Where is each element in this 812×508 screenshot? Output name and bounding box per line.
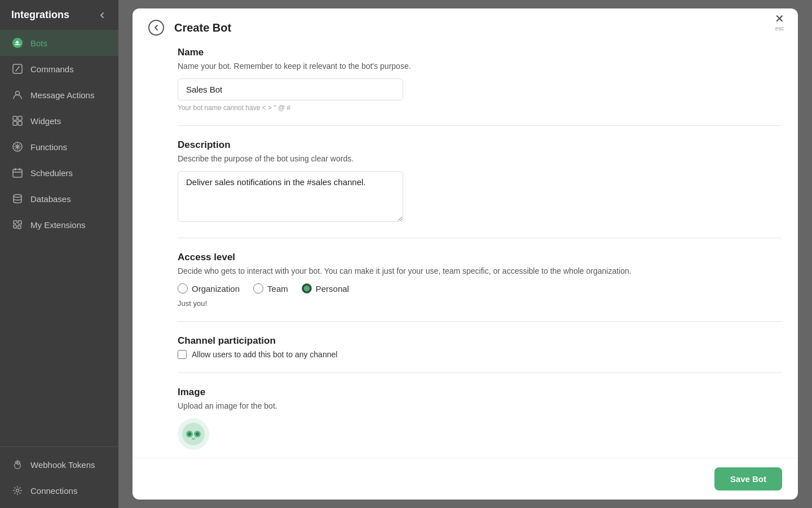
svg-rect-6	[18, 121, 22, 125]
divider-2	[178, 238, 782, 238]
main-area: Create Bot ✕ esc Name Name your bot. Rem…	[118, 0, 812, 508]
sidebar-header: Integrations	[0, 0, 118, 30]
svg-rect-3	[13, 116, 17, 120]
svg-rect-8	[13, 169, 22, 177]
modal-title: Create Bot	[174, 21, 231, 34]
sidebar-item-webhook-tokens[interactable]: Webhook Tokens	[0, 452, 118, 478]
description-section-title: Description	[178, 139, 782, 151]
radio-team[interactable]	[253, 283, 263, 294]
modal-header: Create Bot ✕ esc	[133, 8, 798, 36]
radio-option-organization[interactable]: Organization	[178, 283, 240, 294]
grid-icon	[11, 115, 24, 127]
sidebar-bottom: Webhook Tokens Connections	[0, 446, 118, 508]
sidebar-item-my-extensions-label: My Extensions	[30, 220, 86, 230]
sidebar-nav: Bots Commands Message Actions	[0, 30, 118, 446]
radio-personal[interactable]	[302, 283, 312, 294]
name-section-desc: Name your bot. Remember to keep it relev…	[178, 62, 782, 71]
modal-close-button[interactable]: ✕ esc	[775, 13, 784, 32]
sidebar-item-functions-label: Functions	[30, 142, 67, 152]
svg-point-9	[14, 195, 21, 198]
sidebar-item-bots[interactable]: Bots	[0, 30, 118, 56]
sidebar-item-schedulers[interactable]: Schedulers	[0, 160, 118, 186]
access-level-title: Access level	[178, 252, 782, 263]
sidebar-item-commands[interactable]: Commands	[0, 56, 118, 82]
bot-avatar-svg	[180, 421, 207, 448]
settings-small-icon	[11, 458, 24, 471]
radio-option-team[interactable]: Team	[253, 283, 288, 294]
modal-body: Name Name your bot. Remember to keep it …	[133, 36, 798, 458]
sidebar-item-connections-label: Connections	[30, 486, 77, 496]
bot-avatar-preview[interactable]	[178, 418, 209, 450]
sidebar-item-commands-label: Commands	[30, 64, 74, 74]
sidebar-item-message-actions[interactable]: Message Actions	[0, 82, 118, 108]
access-level-hint: Just you!	[178, 299, 782, 308]
sidebar-item-widgets-label: Widgets	[30, 116, 61, 126]
sidebar-item-bots-label: Bots	[30, 38, 47, 48]
access-level-desc: Decide who gets to interact with your bo…	[178, 266, 782, 275]
divider-4	[178, 373, 782, 373]
snowflake-icon	[11, 141, 24, 153]
back-circle-icon	[148, 20, 164, 36]
description-section: Description Describe the purpose of the …	[178, 139, 782, 224]
sidebar-item-schedulers-label: Schedulers	[30, 168, 73, 178]
person-icon	[11, 89, 24, 101]
gear-icon	[11, 484, 24, 497]
access-level-radio-group: Organization Team Personal	[178, 283, 782, 294]
svg-rect-4	[18, 116, 22, 120]
sidebar-item-widgets[interactable]: Widgets	[0, 108, 118, 134]
sidebar-item-databases-label: Databases	[30, 194, 71, 204]
radio-option-personal[interactable]: Personal	[302, 283, 349, 294]
sidebar-item-message-actions-label: Message Actions	[30, 90, 94, 100]
close-icon: ✕	[775, 13, 784, 24]
cloud-upload-icon	[11, 37, 24, 49]
sidebar-item-webhook-tokens-label: Webhook Tokens	[30, 460, 95, 470]
radio-personal-label: Personal	[316, 284, 349, 294]
channel-participation-section: Channel participation Allow users to add…	[178, 335, 782, 359]
bot-description-textarea[interactable]: Deliver sales notifications in the #sale…	[178, 171, 403, 222]
name-section-title: Name	[178, 47, 782, 58]
svg-point-12	[182, 423, 205, 445]
image-section: Image Upload an image for the bot.	[178, 387, 782, 450]
access-level-section: Access level Decide who gets to interact…	[178, 252, 782, 308]
channel-participation-title: Channel participation	[178, 335, 782, 347]
save-bot-button[interactable]: Save Bot	[714, 467, 782, 491]
name-input-hint: Your bot name cannot have < > " @ #	[178, 104, 782, 112]
description-section-desc: Describe the purpose of the bot using cl…	[178, 154, 782, 163]
radio-organization-label: Organization	[192, 284, 240, 294]
sidebar-item-functions[interactable]: Functions	[0, 134, 118, 160]
modal-panel: Create Bot ✕ esc Name Name your bot. Rem…	[133, 8, 798, 500]
channel-participation-checkbox-label[interactable]: Allow users to add this bot to any chann…	[178, 350, 782, 359]
slash-icon	[11, 63, 24, 75]
database-icon	[11, 192, 24, 205]
channel-participation-label: Allow users to add this bot to any chann…	[192, 350, 337, 359]
sidebar-item-connections[interactable]: Connections	[0, 478, 118, 503]
svg-rect-5	[13, 121, 17, 125]
modal-footer: Save Bot	[133, 458, 798, 500]
svg-point-16	[196, 432, 199, 436]
image-section-desc: Upload an image for the bot.	[178, 401, 782, 410]
image-section-title: Image	[178, 387, 782, 398]
sidebar-title: Integrations	[11, 9, 69, 21]
sidebar-item-databases[interactable]: Databases	[0, 186, 118, 212]
modal-back-button[interactable]: Create Bot	[148, 20, 231, 36]
puzzle-icon	[11, 218, 24, 231]
radio-team-label: Team	[267, 284, 288, 294]
svg-point-11	[16, 489, 19, 492]
channel-participation-checkbox[interactable]	[178, 350, 187, 359]
sidebar-item-my-extensions[interactable]: My Extensions	[0, 212, 118, 238]
radio-organization[interactable]	[178, 283, 188, 294]
sidebar: Integrations Bots	[0, 0, 118, 508]
close-esc-label: esc	[775, 25, 784, 32]
bot-name-input[interactable]	[178, 78, 403, 100]
sidebar-collapse-button[interactable]	[97, 10, 107, 20]
divider-3	[178, 321, 782, 322]
name-section: Name Name your bot. Remember to keep it …	[178, 47, 782, 112]
svg-point-14	[188, 432, 191, 436]
divider-1	[178, 125, 782, 126]
calendar-icon	[11, 167, 24, 179]
